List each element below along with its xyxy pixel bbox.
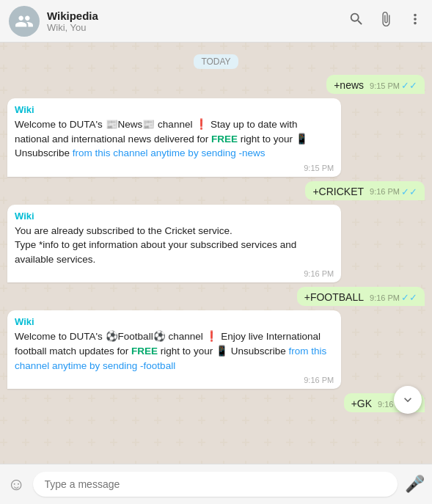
header-actions[interactable] <box>348 11 423 31</box>
input-bar: ☺ 🎤 <box>0 464 432 504</box>
message-input[interactable] <box>33 472 398 497</box>
emoji-button[interactable]: ☺ <box>7 474 26 494</box>
sender-name: Wiki <box>15 104 334 115</box>
received-time: 9:16 PM <box>15 376 334 384</box>
chat-header: Wikipedia Wiki, You <box>0 0 432 43</box>
sent-text: +FOOTBALL <box>304 291 364 303</box>
received-time: 9:16 PM <box>15 269 334 278</box>
received-text: Welcome to DUTA's 📰News📰 channel ❗ Stay … <box>15 117 334 161</box>
received-message-news: Wiki Welcome to DUTA's 📰News📰 channel ❗ … <box>7 98 425 177</box>
chat-title: Wikipedia <box>47 10 348 22</box>
date-divider: TODAY <box>7 54 425 67</box>
chat-subtitle: Wiki, You <box>47 22 348 33</box>
sent-meta: 9:16 PM ✓✓ <box>370 292 417 303</box>
header-info: Wikipedia Wiki, You <box>47 10 348 33</box>
microphone-button[interactable]: 🎤 <box>405 475 425 494</box>
sent-time: 9:16 PM <box>370 293 400 302</box>
sent-message-news: +news 9:15 PM ✓✓ <box>7 75 425 94</box>
sent-meta: 9:15 PM ✓✓ <box>370 80 417 91</box>
sent-text: +news <box>334 79 364 91</box>
search-icon[interactable] <box>348 11 365 31</box>
sent-message-cricket: +CRICKET 9:16 PM ✓✓ <box>7 181 425 200</box>
read-tick-icon: ✓✓ <box>401 80 417 91</box>
sent-meta: 9:16 PM ✓✓ <box>370 186 417 197</box>
received-bubble: Wiki Welcome to DUTA's 📰News📰 channel ❗ … <box>7 98 341 177</box>
read-tick-icon: ✓✓ <box>401 292 417 303</box>
sender-name: Wiki <box>15 316 334 327</box>
sent-time: 9:16 PM <box>370 187 400 196</box>
sent-text: +CRICKET <box>312 186 364 197</box>
avatar <box>9 6 40 37</box>
received-bubble: Wiki Welcome to DUTA's ⚽Football⚽ channe… <box>7 310 341 389</box>
chat-container: TODAY +news 9:15 PM ✓✓ Wiki Welcome to D… <box>0 43 432 464</box>
received-bubble: Wiki You are already subscribed to the C… <box>7 205 341 283</box>
received-text: Welcome to DUTA's ⚽Football⚽ channel ❗ E… <box>15 329 334 373</box>
sender-name: Wiki <box>15 211 334 222</box>
sent-message-football: +FOOTBALL 9:16 PM ✓✓ <box>7 287 425 306</box>
sent-bubble: +news 9:15 PM ✓✓ <box>326 75 425 94</box>
received-text: You are already subscribed to the Cricke… <box>15 224 334 267</box>
chat-area: TODAY +news 9:15 PM ✓✓ Wiki Welcome to D… <box>0 43 432 464</box>
sent-bubble: +CRICKET 9:16 PM ✓✓ <box>305 181 425 200</box>
sent-time: 9:15 PM <box>370 81 400 90</box>
received-message-cricket: Wiki You are already subscribed to the C… <box>7 205 425 283</box>
received-message-football: Wiki Welcome to DUTA's ⚽Football⚽ channe… <box>7 310 425 389</box>
read-tick-icon: ✓✓ <box>401 186 417 197</box>
scroll-to-bottom-button[interactable] <box>394 386 422 414</box>
sent-message-gk: +GK 9:16 PM ✓ <box>7 393 425 412</box>
sent-text: +GK <box>351 398 372 409</box>
more-icon[interactable] <box>407 11 423 31</box>
attach-icon[interactable] <box>378 11 394 31</box>
received-time: 9:15 PM <box>15 164 334 172</box>
sent-bubble: +FOOTBALL 9:16 PM ✓✓ <box>297 287 425 306</box>
